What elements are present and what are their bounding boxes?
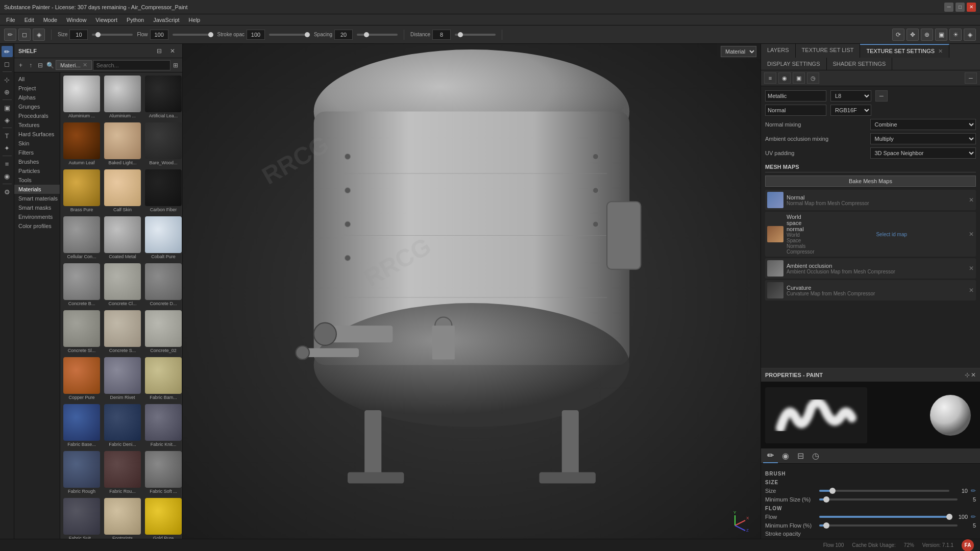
tool-select[interactable]: ⊹ — [2, 74, 13, 85]
material-item[interactable]: Fabric Rough — [62, 450, 101, 495]
min-size-slider-thumb[interactable] — [823, 496, 829, 503]
shelf-nav-smart-materials[interactable]: Smart materials — [14, 194, 60, 203]
tool-transform[interactable]: ⊕ — [2, 86, 13, 97]
tool-smart-mask[interactable]: ◈ — [2, 114, 13, 126]
normal-map-close[interactable]: ✕ — [969, 196, 974, 204]
shelf-nav-project[interactable]: Project — [14, 84, 60, 93]
tab-shader-settings[interactable]: SHADER SETTINGS — [827, 58, 893, 70]
vp-pan-btn[interactable]: ✥ — [906, 29, 919, 41]
shelf-nav-smart-masks[interactable]: Smart masks — [14, 203, 60, 212]
material-item[interactable]: Concrete D... — [144, 262, 182, 307]
material-item[interactable]: Carbon Fiber — [144, 168, 182, 213]
material-item[interactable]: Concrete_02 — [144, 309, 182, 354]
tool-layers[interactable]: ≡ — [2, 158, 13, 169]
shelf-nav-brushes[interactable]: Brushes — [14, 157, 60, 166]
tab-texture-set-list[interactable]: TEXTURE SET LIST — [796, 44, 861, 58]
right-history-icon[interactable]: ◷ — [807, 72, 819, 84]
tab-layers[interactable]: LAYERS — [761, 44, 796, 58]
shelf-grid-view[interactable]: ⊞ — [172, 60, 180, 71]
menu-item-viewport[interactable]: Viewport — [91, 16, 121, 24]
normal-mixing-select[interactable]: Combine — [870, 119, 976, 130]
stroke-slider[interactable] — [269, 34, 310, 36]
shelf-nav-color-profiles[interactable]: Color profiles — [14, 221, 60, 231]
flow-pencil-icon[interactable]: ✏ — [971, 513, 976, 520]
material-item[interactable]: Fabric Suit... — [62, 497, 101, 542]
min-flow-slider-thumb[interactable] — [823, 522, 829, 529]
stroke-input[interactable] — [247, 30, 265, 40]
properties-popout-btn[interactable]: ⊹ — [965, 371, 970, 379]
minimize-button[interactable]: ─ — [944, 3, 953, 12]
close-button[interactable]: ✕ — [967, 3, 976, 12]
material-item[interactable]: Copper Pure — [62, 356, 101, 401]
menu-item-file[interactable]: File — [2, 16, 19, 24]
size-input[interactable] — [69, 30, 88, 40]
shelf-tool-search-icon[interactable]: 🔍 — [46, 60, 55, 71]
shelf-nav-materials[interactable]: Materials — [14, 185, 60, 194]
viewport-mode-select[interactable]: Material — [721, 46, 756, 57]
material-item[interactable]: Baked Light... — [103, 121, 142, 166]
properties-close-btn[interactable]: ✕ — [971, 371, 976, 379]
material-item[interactable]: Concrete S... — [103, 309, 142, 354]
material-item[interactable]: Denim Rivet — [103, 356, 142, 401]
tool-text[interactable]: T — [2, 130, 13, 141]
material-item[interactable]: Fabric Rou... — [103, 450, 142, 495]
right-channels-icon[interactable]: ◉ — [778, 72, 791, 84]
toolbar-mode-btn[interactable]: ◈ — [33, 29, 45, 41]
shelf-nav-filters[interactable]: Filters — [14, 148, 60, 157]
material-item[interactable]: Fabric Bam... — [144, 356, 182, 401]
normal-channel-select[interactable] — [765, 105, 826, 116]
shelf-nav-skin[interactable]: Skin — [14, 139, 60, 148]
material-item[interactable]: Fabric Deni... — [103, 403, 142, 448]
vp-light-btn[interactable]: ☀ — [949, 29, 962, 41]
wsn-map-close[interactable]: ✕ — [969, 231, 974, 238]
material-item[interactable]: Coated Metal — [103, 215, 142, 260]
bit-depth-select[interactable]: L8 — [830, 90, 871, 102]
shelf-nav-hard-surfaces[interactable]: Hard Surfaces — [14, 130, 60, 139]
size-slider[interactable] — [92, 34, 133, 36]
material-item[interactable]: Concrete B... — [62, 262, 101, 307]
ao-mixing-select[interactable]: Multiply — [870, 133, 976, 144]
material-item[interactable]: Concrete Cl... — [103, 262, 142, 307]
shelf-nav-environments[interactable]: Environments — [14, 212, 60, 221]
uv-padding-select[interactable]: 3D Space Neighbor — [870, 147, 976, 159]
distance-slider[interactable] — [455, 34, 496, 36]
tool-picker[interactable]: ✦ — [2, 142, 13, 154]
material-item[interactable]: Aluminium ... — [62, 74, 101, 119]
menu-item-javascript[interactable]: JavaScript — [149, 16, 183, 24]
right-minus-btn[interactable]: ─ — [965, 72, 977, 84]
shelf-active-tab[interactable]: Materi... ✕ — [56, 60, 92, 70]
tool-paint[interactable]: ✏ — [2, 46, 13, 57]
tool-color[interactable]: ◉ — [2, 170, 13, 182]
spacing-input[interactable] — [334, 30, 353, 40]
brush-tab-material[interactable]: ◉ — [778, 448, 793, 463]
shelf-close-btn[interactable]: ✕ — [167, 45, 178, 57]
shelf-tab-close[interactable]: ✕ — [83, 62, 87, 68]
material-item[interactable]: Calf Skin — [103, 168, 142, 213]
metallic-channel-select[interactable] — [765, 90, 826, 102]
shelf-nav-particles[interactable]: Particles — [14, 166, 60, 176]
material-item[interactable]: Cobalt Pure — [144, 215, 182, 260]
brush-tab-settings[interactable]: ⊟ — [793, 448, 808, 463]
shelf-nav-alphas[interactable]: Alphas — [14, 93, 60, 102]
material-item[interactable]: Brass Pure — [62, 168, 101, 213]
material-item[interactable]: Fabric Soft ... — [144, 450, 182, 495]
shelf-layout-btn[interactable]: ⊟ — [154, 45, 165, 57]
maximize-button[interactable]: □ — [955, 3, 965, 12]
vp-rotate-btn[interactable]: ⟳ — [892, 29, 904, 41]
shelf-nav-grunges[interactable]: Grunges — [14, 102, 60, 111]
vp-frame-btn[interactable]: ▣ — [935, 29, 947, 41]
flow-slider[interactable] — [173, 34, 213, 36]
material-item[interactable]: Artificial Lea... — [144, 74, 182, 119]
shelf-nav-procedurals[interactable]: Procedurals — [14, 111, 60, 120]
material-item[interactable]: Autumn Leaf — [62, 121, 101, 166]
tool-settings[interactable]: ⚙ — [2, 186, 13, 197]
menu-item-help[interactable]: Help — [185, 16, 205, 24]
vp-zoom-btn[interactable]: ⊕ — [921, 29, 933, 41]
right-uv-icon[interactable]: ▣ — [793, 72, 805, 84]
ao-map-close[interactable]: ✕ — [969, 265, 974, 272]
flow-slider-thumb[interactable] — [946, 514, 952, 520]
shelf-tool-add[interactable]: + — [16, 60, 25, 71]
spacing-slider[interactable] — [357, 34, 398, 36]
curvature-map-close[interactable]: ✕ — [969, 287, 974, 294]
brush-tab-paint[interactable]: ✏ — [763, 448, 778, 463]
